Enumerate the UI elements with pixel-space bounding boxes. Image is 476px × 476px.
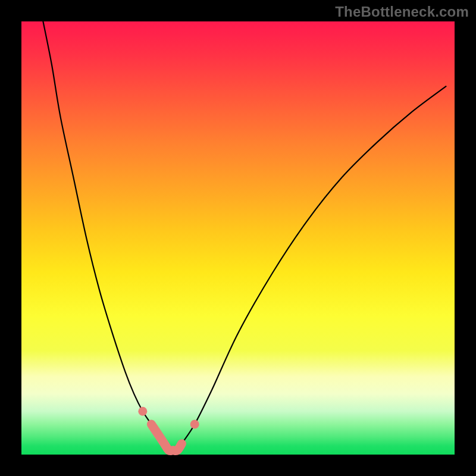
chart-svg bbox=[21, 21, 455, 455]
watermark-text: TheBottleneck.com bbox=[335, 4, 469, 20]
highlight-point bbox=[138, 407, 147, 416]
highlight-segment bbox=[151, 424, 181, 450]
bottleneck-curve bbox=[43, 21, 446, 451]
chart-frame: TheBottleneck.com bbox=[0, 0, 476, 476]
plot-area bbox=[21, 21, 455, 455]
highlight-point bbox=[190, 420, 199, 429]
